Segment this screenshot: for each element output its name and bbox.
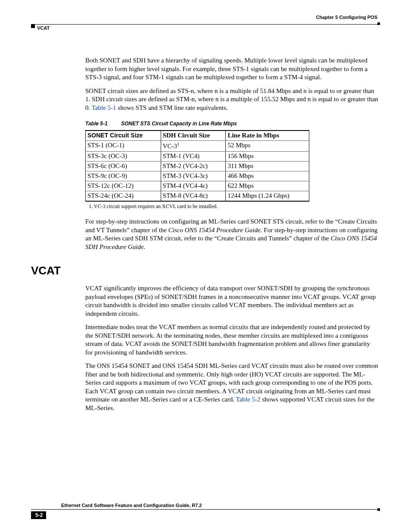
cell: 622 Mbps [226, 181, 309, 191]
cell: 1244 Mbps (1.24 Gbps) [226, 191, 309, 202]
book-title: Cisco ONS 15454 Procedure Guide. [168, 227, 262, 233]
paragraph-vcat-3: The ONS 15454 SONET and ONS 15454 SDH ML… [85, 362, 378, 412]
header-rule-marker [377, 22, 380, 25]
paragraph-vcat-2: Intermediate nodes treat the VCAT member… [85, 323, 378, 357]
footer: Ethernet Card Software Feature and Confi… [31, 509, 380, 520]
cell: STM-3 (VC4-3c) [161, 171, 226, 181]
paragraph-intro-2: SONET circuit sizes are defined as STS-n… [85, 87, 378, 112]
cell: STS-3c (OC-3) [86, 152, 161, 162]
content-area: Both SONET and SDH have a hierarchy of s… [85, 56, 378, 251]
table-row: STS-1 (OC-1) VC-31 52 Mbps [86, 141, 309, 152]
table-row: STS-6c (OC-6) STM-2 (VC4-2c) 311 Mbps [86, 162, 309, 171]
col-sonet-size: SONET Circuit Size [86, 131, 161, 141]
cell: STM-8 (VC4-8c) [161, 191, 226, 202]
cell: STS-24c (OC-24) [86, 191, 161, 202]
footer-rule: Ethernet Card Software Feature and Confi… [31, 509, 380, 520]
cell: VC-31 [161, 141, 226, 152]
cell: STM-2 (VC4-2c) [161, 162, 226, 171]
footer-rule-marker [377, 508, 380, 511]
xref-table-5-1[interactable]: Table 5-1 [92, 104, 116, 111]
cell: STS-9c (OC-9) [86, 171, 161, 181]
cell: STM-1 (VC4) [161, 152, 226, 162]
cell: 52 Mbps [226, 141, 309, 152]
xref-table-5-2[interactable]: Table 5-2 [236, 396, 261, 403]
header-sub: VCAT [31, 25, 380, 33]
header-section-marker [31, 24, 35, 28]
table-row: STS-3c (OC-3) STM-1 (VC4) 156 Mbps [86, 152, 309, 162]
text: shows STS and STM line rate equivalents. [116, 104, 228, 111]
header-chapter: Chapter 5 Configuring POS [316, 15, 377, 20]
section-heading-vcat: VCAT [31, 264, 380, 277]
table-5-1-caption: Table 5-1 SONET STS Circuit Capacity in … [85, 121, 378, 127]
cell: 311 Mbps [226, 162, 309, 171]
paragraph-intro-1: Both SONET and SDH have a hierarchy of s… [85, 56, 378, 82]
footer-guide-title: Ethernet Card Software Feature and Confi… [61, 503, 204, 508]
page-number: 5-2 [31, 511, 46, 519]
paragraph-procedure-refs: For step-by-step instructions on configu… [85, 218, 378, 251]
cell: STS-1 (OC-1) [86, 141, 161, 152]
cell: 156 Mbps [226, 152, 309, 162]
cell: STS-12c (OC-12) [86, 181, 161, 191]
cell: STM-4 (VC4-4c) [161, 181, 226, 191]
table-header-row: SONET Circuit Size SDH Circuit Size Line… [86, 131, 309, 141]
cell: 466 Mbps [226, 171, 309, 181]
table-5-1: SONET Circuit Size SDH Circuit Size Line… [85, 130, 309, 202]
content-area-2: VCAT significantly improves the efficien… [85, 284, 378, 412]
cell: STS-6c (OC-6) [86, 162, 161, 171]
table-row: STS-12c (OC-12) STM-4 (VC4-4c) 622 Mbps [86, 181, 309, 191]
header-bar: Chapter 5 Configuring POS [31, 12, 380, 25]
table-title: SONET STS Circuit Capacity in Line Rate … [121, 121, 237, 127]
table-5-1-footnote: 1. VC-3 circuit support requires an XCVL… [89, 203, 378, 210]
table-row: STS-24c (OC-24) STM-8 (VC4-8c) 1244 Mbps… [86, 191, 309, 202]
table-label: Table 5-1 [85, 121, 108, 127]
table-row: STS-9c (OC-9) STM-3 (VC4-3c) 466 Mbps [86, 171, 309, 181]
header-section: VCAT [37, 25, 50, 31]
col-sdh-size: SDH Circuit Size [161, 131, 226, 141]
page: Chapter 5 Configuring POS VCAT Both SONE… [0, 0, 411, 532]
paragraph-vcat-1: VCAT significantly improves the efficien… [85, 284, 378, 318]
col-line-rate: Line Rate in Mbps [226, 131, 309, 141]
